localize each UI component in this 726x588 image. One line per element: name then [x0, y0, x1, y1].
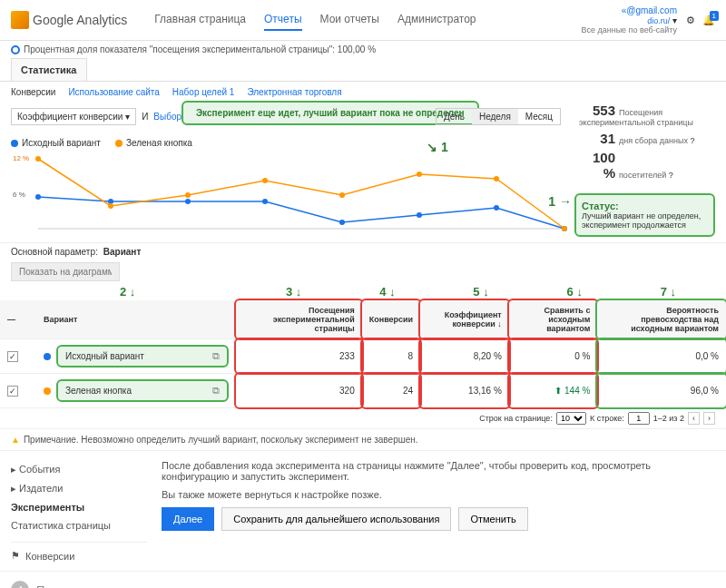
nav-home[interactable]: Главная страница: [154, 9, 246, 31]
legend-label-variant: Зеленая кнопка: [126, 138, 192, 148]
subtab-conversions[interactable]: Конверсии: [11, 87, 55, 97]
status-box-title: Статус:: [582, 201, 708, 211]
step-number-icon: 4: [11, 581, 29, 588]
side-experiments[interactable]: Эксперименты: [11, 498, 147, 516]
breadcrumb-text: Процентная доля показателя "посещения эк…: [24, 44, 376, 54]
goto-row-input[interactable]: [628, 412, 650, 425]
cancel-button[interactable]: Отменить: [458, 507, 527, 531]
th-variant[interactable]: Вариант: [36, 300, 236, 339]
next-button[interactable]: Далее: [162, 507, 214, 531]
variant-name[interactable]: Зеленая кнопка: [65, 386, 132, 396]
svg-point-8: [417, 212, 422, 218]
th-probability[interactable]: Вероятность превосходства над исходным в…: [597, 300, 726, 339]
svg-text:17 нов.: 17 нов.: [485, 231, 508, 233]
property-link[interactable]: dio.ru/: [647, 16, 670, 25]
legend-label-original: Исходный вариант: [22, 138, 101, 148]
param-label: Основной параметр:: [11, 247, 98, 257]
external-link-icon[interactable]: ⧉: [212, 350, 220, 362]
results-table: — Вариант Посещения экспериментальной ст…: [0, 300, 726, 408]
chart-filter-input: [11, 262, 120, 281]
svg-point-9: [494, 205, 499, 211]
external-link-icon[interactable]: ⧉: [212, 385, 220, 397]
time-day[interactable]: День: [437, 109, 472, 124]
breadcrumb-dot-icon: [11, 45, 20, 54]
row-checkbox[interactable]: ✓: [7, 351, 18, 362]
svg-text:27 окт.: 27 окт.: [254, 231, 276, 233]
table-row: ✓ Зеленая кнопка⧉ 320 24 13,16 % ⬆ 144 %…: [0, 374, 726, 408]
step-label: Просмотреть и начать: [36, 583, 158, 589]
cell-compare: 0 %: [509, 339, 598, 374]
column-annotations: 2 ↓ 3 ↓ 4 ↓ 5 ↓ 6 ↓ 7 ↓: [0, 283, 726, 300]
variant-name[interactable]: Исходный вариант: [65, 351, 144, 361]
and-label: И: [142, 112, 148, 122]
metric-subtabs: Конверсии Использование сайта Набор целе…: [0, 82, 726, 103]
side-conversions[interactable]: ⚑Конверсии: [11, 550, 147, 562]
dropdown-icon[interactable]: ▾: [672, 15, 677, 25]
pager-next-button[interactable]: ›: [703, 412, 715, 425]
rows-per-page-select[interactable]: 10: [556, 412, 586, 425]
cell-visits: 320: [236, 374, 362, 408]
svg-point-7: [339, 220, 345, 225]
notifications-button[interactable]: 🔔 1: [702, 15, 715, 26]
experiment-status-banner: Эксперимент еще идет, лучший вариант пок…: [182, 101, 479, 125]
tab-statistics[interactable]: Статистика: [11, 58, 87, 81]
metric-select[interactable]: Коэффициент конверсии ▾: [11, 108, 136, 125]
subtab-site-usage[interactable]: Использование сайта: [68, 87, 159, 97]
svg-point-16: [417, 172, 422, 177]
variant-color-icon: [44, 353, 51, 360]
th-expand[interactable]: —: [0, 300, 36, 339]
nav-my-reports[interactable]: Мои отчеты: [320, 9, 379, 31]
chart-legend: Исходный вариант Зеленая кнопка: [11, 138, 715, 148]
cell-compare: ⬆ 144 %: [509, 374, 598, 408]
side-page-stats[interactable]: Статистика страницы: [11, 516, 147, 534]
warning-icon: ▲: [11, 435, 20, 445]
legend-dot-variant: [115, 140, 123, 147]
side-nav: ▸ События ▸ Издатели Эксперименты Статис…: [11, 460, 147, 562]
account-info: «@gmail.com dio.ru/ ▾ Все данные по веб-…: [581, 5, 677, 34]
subtab-ecommerce[interactable]: Электронная торговля: [247, 87, 341, 97]
main-nav: Главная страница Отчеты Мои отчеты Админ…: [154, 9, 476, 31]
time-week[interactable]: Неделя: [472, 109, 518, 124]
primary-dimension: Основной параметр: Вариант: [0, 242, 726, 260]
svg-point-11: [35, 156, 41, 162]
app-header: Google Analytics Главная страница Отчеты…: [0, 0, 726, 41]
gear-icon[interactable]: ⚙: [686, 15, 695, 26]
cell-conversions: 8: [362, 339, 420, 374]
account-email[interactable]: «@gmail.com: [622, 5, 677, 15]
variant-color-icon: [44, 387, 51, 395]
th-visits[interactable]: Посещения экспериментальной страницы: [236, 300, 362, 339]
line-chart: 12 % 6 % 13 окт.20 окт.27 окт.3 нов.10 н…: [11, 152, 574, 233]
annotation-1: ↘ 1: [427, 140, 448, 154]
subtab-goal-set[interactable]: Набор целей 1: [172, 87, 235, 97]
svg-text:20 окт.: 20 окт.: [177, 231, 199, 233]
svg-point-6: [262, 199, 268, 204]
nav-admin[interactable]: Администратор: [397, 9, 476, 31]
side-events[interactable]: ▸ События: [11, 460, 147, 479]
side-publishers[interactable]: ▸ Издатели: [11, 479, 147, 498]
time-range-toggle: День Неделя Месяц: [436, 108, 561, 125]
cell-conversions: 24: [362, 374, 420, 408]
svg-point-12: [108, 203, 113, 209]
cell-probability: 0,0 %: [597, 339, 726, 374]
nav-reports[interactable]: Отчеты: [264, 9, 301, 31]
svg-point-14: [262, 178, 268, 183]
pager-range: 1–2 из 2: [653, 414, 684, 423]
cell-rate: 8,20 %: [420, 339, 509, 374]
th-conversions[interactable]: Конверсии: [362, 300, 420, 339]
status-box: Статус: Лучший вариант не определен, экс…: [574, 193, 715, 237]
param-value: Вариант: [103, 247, 142, 257]
annotation-1b: 1 →: [548, 194, 572, 209]
pager-prev-button[interactable]: ‹: [688, 412, 700, 425]
save-later-button[interactable]: Сохранить для дальнейшего использования: [221, 507, 451, 531]
svg-point-5: [185, 199, 191, 204]
cell-visits: 233: [236, 339, 362, 374]
time-month[interactable]: Месяц: [518, 109, 560, 124]
lower-panel: ▸ События ▸ Издатели Эксперименты Статис…: [0, 451, 726, 571]
wizard-step[interactable]: 4 Просмотреть и начать: [0, 571, 726, 588]
logo[interactable]: Google Analytics: [11, 11, 127, 29]
rows-per-page-label: Строк на странице:: [479, 414, 553, 423]
th-compare[interactable]: Сравнить с исходным вариантом: [509, 300, 598, 339]
th-rate: Коэффициент конверсии ↓: [420, 300, 509, 339]
row-checkbox[interactable]: ✓: [7, 386, 18, 397]
svg-text:12 %: 12 %: [13, 154, 29, 162]
